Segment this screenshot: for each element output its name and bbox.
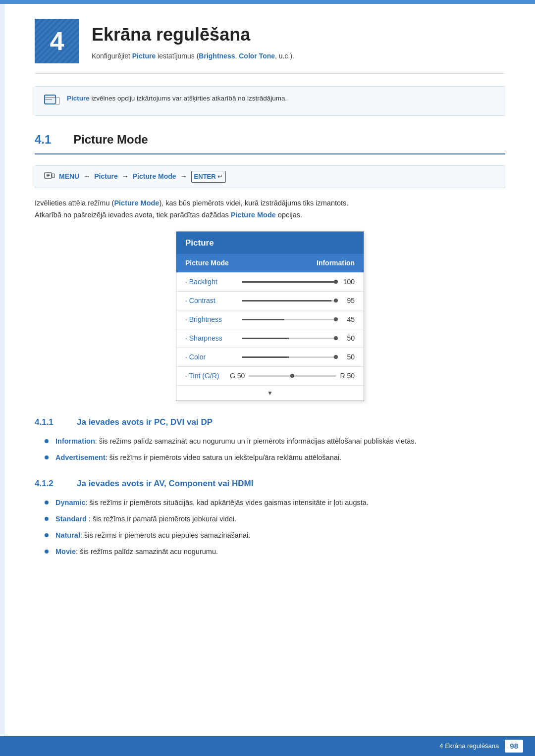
top-accent-bar: [0, 0, 535, 4]
list-item: Natural: šis režīms ir piemērots acu pie…: [45, 530, 505, 541]
tint-r-value: R 50: [340, 371, 355, 381]
brightness-track: [242, 319, 336, 320]
bullet-dot: [45, 550, 49, 554]
note-box: Picture izvēlnes opciju izkārtojums var …: [35, 86, 505, 116]
menu-path-row: MENU → Picture → Picture Mode → ENTER ↵: [35, 165, 505, 188]
section-411-heading: 4.1.1 Ja ievades avots ir PC, DVI vai DP: [35, 416, 505, 429]
down-arrow-row: ▼: [176, 386, 364, 401]
list-item: Dynamic: šis režīms ir piemērots situāci…: [45, 497, 505, 508]
menu-item1: Picture: [94, 171, 117, 182]
svg-rect-3: [56, 98, 59, 104]
list-item: Standard : šis režīms ir pamatā piemērot…: [45, 513, 505, 525]
svg-rect-2: [45, 99, 52, 100]
section-41-heading: 4.1 Picture Mode: [35, 131, 505, 154]
color-fill: [242, 356, 289, 358]
tint-dot: [290, 374, 294, 378]
bullet-dot: [45, 533, 49, 537]
down-arrow-icon: ▼: [267, 389, 273, 398]
brightness-fill: [242, 319, 284, 320]
color-bar-area: 50: [242, 352, 355, 362]
color-track: [242, 356, 336, 358]
picture-menu-header: Picture: [176, 232, 364, 254]
picture-menu: Picture Picture Mode Information · Backl…: [176, 231, 364, 402]
tint-bar-area: [249, 375, 336, 377]
backlight-label: · Backlight: [185, 277, 242, 287]
contrast-label: · Contrast: [185, 296, 242, 306]
section-412-bullets: Dynamic: šis režīms ir piemērots situāci…: [45, 497, 505, 558]
section-41-body: Izvēlieties attēla režīmu (Picture Mode)…: [35, 197, 505, 221]
chapter-subtitle: Konfigurējiet Picture iestatījumus (Brig…: [92, 51, 294, 61]
backlight-value: 100: [340, 277, 355, 287]
tint-row: · Tint (G/R) G 50 R 50: [176, 367, 364, 386]
chapter-title: Ekrāna regulēšana: [92, 21, 294, 48]
picture-mode-row: Picture Mode Information: [176, 254, 364, 273]
menu-label: MENU: [59, 171, 79, 182]
contrast-row: · Contrast 95: [176, 292, 364, 310]
bullet-dot: [45, 455, 49, 459]
section-41-num: 4.1: [35, 131, 64, 149]
footer: 4 Ekrāna regulēšana 98: [0, 736, 535, 756]
chapter-header: 4 Ekrāna regulēšana Konfigurējiet Pictur…: [35, 4, 505, 74]
bullet-dot: [45, 501, 49, 504]
sharpness-bar-area: 50: [242, 333, 355, 344]
color-dot: [334, 355, 338, 359]
tint-g-value: G 50: [230, 371, 245, 381]
sharpness-dot: [334, 336, 338, 340]
backlight-bar-area: 100: [242, 277, 355, 287]
sharpness-track: [242, 338, 336, 339]
color-value: 50: [340, 352, 355, 362]
sharpness-label: · Sharpness: [185, 333, 242, 344]
menu-arrow3: →: [180, 171, 187, 182]
list-item: Information: šis režīms palīdz samazināt…: [45, 436, 505, 447]
section-412-num: 4.1.2: [35, 477, 69, 490]
contrast-fill: [242, 300, 331, 302]
footer-chapter-text: 4 Ekrāna regulēšana: [439, 741, 499, 751]
contrast-bar-area: 95: [242, 296, 355, 306]
sharpness-fill: [242, 338, 289, 339]
tint-values: G 50 R 50: [230, 371, 355, 381]
enter-icon: ENTER ↵: [191, 171, 226, 183]
backlight-track: [242, 281, 336, 283]
menu-item2: Picture Mode: [133, 171, 176, 182]
color-label: · Color: [185, 352, 242, 362]
brightness-value: 45: [340, 314, 355, 325]
menu-arrow1: →: [83, 171, 90, 182]
tint-track: [249, 375, 336, 377]
svg-rect-1: [45, 97, 55, 98]
section-411-bullets: Information: šis režīms palīdz samazināt…: [45, 436, 505, 463]
section-411-title: Ja ievades avots ir PC, DVI vai DP: [77, 416, 213, 429]
bullet-dot: [45, 517, 49, 521]
brightness-label: · Brightness: [185, 314, 242, 325]
list-item: Movie: šis režīms palīdz samazināt acu n…: [45, 546, 505, 557]
sharpness-value: 50: [340, 333, 355, 344]
tint-label: · Tint (G/R): [185, 371, 230, 381]
backlight-row: · Backlight 100: [176, 273, 364, 292]
picture-mode-value: Information: [317, 258, 355, 268]
note-text: Picture izvēlnes opciju izkārtojums var …: [67, 94, 287, 103]
menu-arrow2: →: [122, 171, 129, 182]
section-412-title: Ja ievades avots ir AV, Component vai HD…: [77, 477, 254, 490]
backlight-dot: [334, 280, 338, 284]
note-icon: [44, 95, 60, 108]
brightness-dot: [334, 317, 338, 321]
picture-mode-label: Picture Mode: [185, 258, 317, 268]
section-411-num: 4.1.1: [35, 416, 69, 429]
contrast-track: [242, 300, 336, 302]
contrast-dot: [334, 299, 338, 302]
brightness-bar-area: 45: [242, 314, 355, 325]
chapter-number: 4: [35, 19, 79, 63]
color-row: · Color 50: [176, 348, 364, 367]
bullet-dot: [45, 439, 49, 443]
section-41-title: Picture Mode: [73, 131, 148, 149]
brightness-row: · Brightness 45: [176, 310, 364, 329]
section-412-heading: 4.1.2 Ja ievades avots ir AV, Component …: [35, 477, 505, 490]
sharpness-row: · Sharpness 50: [176, 329, 364, 348]
footer-page-number: 98: [505, 740, 523, 753]
left-accent-bar: [0, 4, 5, 756]
tv-menu-icon: [44, 172, 55, 181]
list-item: Advertisement: šis režīms ir piemērots v…: [45, 452, 505, 463]
contrast-value: 95: [340, 296, 355, 306]
backlight-fill: [242, 281, 336, 283]
picture-menu-container: Picture Picture Mode Information · Backl…: [35, 231, 505, 402]
